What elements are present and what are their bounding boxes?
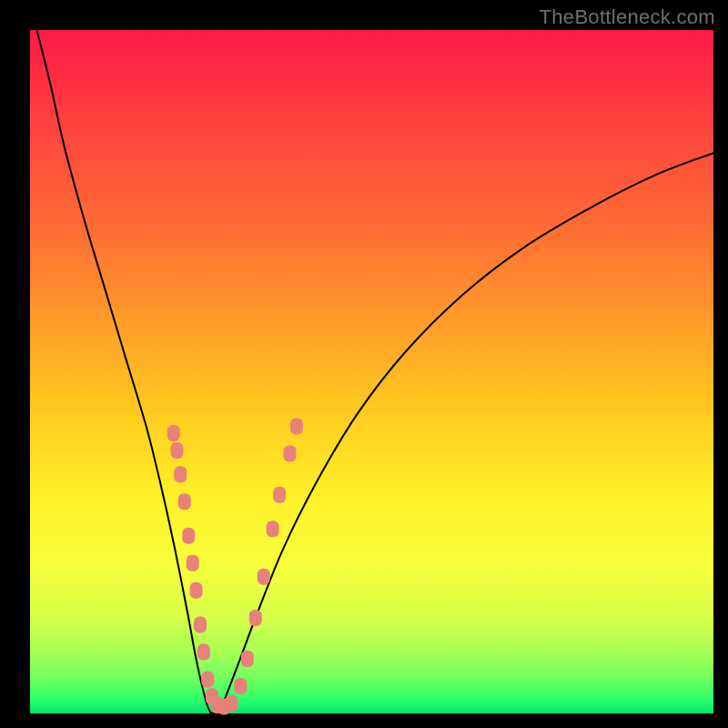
marker-point xyxy=(267,521,279,537)
marker-point xyxy=(283,446,296,462)
marker-point xyxy=(241,651,254,667)
marker-point xyxy=(290,419,303,435)
chart-frame: TheBottleneck.com xyxy=(0,0,728,728)
marker-point xyxy=(197,643,210,660)
marker-point xyxy=(258,569,270,585)
marker-point xyxy=(273,487,286,503)
marker-point xyxy=(194,616,207,632)
plot-area xyxy=(30,30,713,713)
marker-point xyxy=(234,678,247,694)
marker-point xyxy=(249,610,262,626)
marker-point xyxy=(201,672,214,688)
bottleneck-curve xyxy=(37,30,714,713)
marker-point xyxy=(182,528,195,544)
watermark-text: TheBottleneck.com xyxy=(540,5,715,29)
marker-point xyxy=(226,695,238,712)
marker-point xyxy=(174,466,187,482)
marker-point xyxy=(167,425,180,441)
marker-point xyxy=(187,555,199,571)
curve-svg xyxy=(30,30,713,713)
marker-point xyxy=(178,493,191,510)
marker-point xyxy=(171,442,184,459)
marker-point xyxy=(190,582,203,599)
